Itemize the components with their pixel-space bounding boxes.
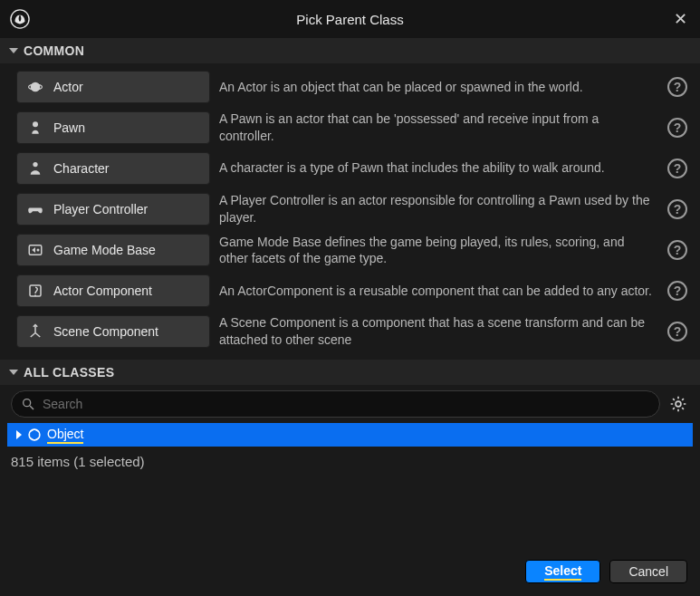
search-input[interactable] <box>43 397 650 411</box>
tree-item-object[interactable]: Object <box>7 423 693 447</box>
search-row <box>0 385 700 423</box>
common-list: Actor An Actor is an object that can be … <box>0 63 700 360</box>
common-section-header[interactable]: COMMON <box>0 38 700 63</box>
actor-icon <box>26 78 44 96</box>
actor-label: Actor <box>53 80 83 94</box>
help-icon[interactable]: ? <box>667 159 687 178</box>
tree-item-label: Object <box>47 427 83 444</box>
help-icon[interactable]: ? <box>667 118 687 138</box>
dialog-window: Pick Parent Class ✕ COMMON Actor An Acto… <box>0 0 700 596</box>
character-desc: A character is a type of Pawn that inclu… <box>219 159 658 177</box>
select-button-label: Select <box>544 563 581 581</box>
actor-desc: An Actor is an object that can be placed… <box>219 79 658 96</box>
scene-component-label: Scene Component <box>53 324 158 339</box>
svg-point-11 <box>676 401 681 407</box>
actor-component-label: Actor Component <box>53 284 152 298</box>
game-mode-base-desc: Game Mode Base defines the game being pl… <box>219 234 658 268</box>
help-icon[interactable]: ? <box>667 77 687 97</box>
scene-component-button[interactable]: Scene Component <box>16 315 210 348</box>
spacer <box>0 473 700 551</box>
cancel-button[interactable]: Cancel <box>609 560 687 583</box>
pawn-desc: A Pawn is an actor that can be 'possesse… <box>219 111 658 145</box>
svg-line-10 <box>30 406 34 409</box>
gamemode-icon <box>26 241 44 259</box>
pawn-icon <box>26 119 44 137</box>
player-controller-button[interactable]: Player Controller <box>16 193 210 226</box>
actor-component-desc: An ActorComponent is a reusable componen… <box>219 283 658 300</box>
pawn-label: Pawn <box>53 120 85 135</box>
actor-button[interactable]: Actor <box>16 71 210 103</box>
common-row: Player Controller A Player Controller is… <box>16 192 687 226</box>
status-text: 815 items (1 selected) <box>0 447 700 473</box>
svg-point-0 <box>11 10 29 28</box>
character-icon <box>26 159 44 178</box>
common-row: Actor Component An ActorComponent is a r… <box>16 274 687 307</box>
common-row: Pawn A Pawn is an actor that can be 'pos… <box>16 111 687 145</box>
help-icon[interactable]: ? <box>667 240 687 260</box>
game-mode-base-button[interactable]: Game Mode Base <box>16 234 210 266</box>
controller-icon <box>26 200 44 218</box>
actor-component-icon <box>26 282 44 300</box>
cancel-button-label: Cancel <box>628 564 668 579</box>
common-row: Actor An Actor is an object that can be … <box>16 71 687 103</box>
chevron-right-icon <box>16 430 22 439</box>
svg-point-12 <box>29 429 40 440</box>
settings-icon[interactable] <box>667 393 689 415</box>
svg-point-6 <box>37 249 40 252</box>
help-icon[interactable]: ? <box>667 199 687 219</box>
common-section-label: COMMON <box>24 43 84 58</box>
actor-component-button[interactable]: Actor Component <box>16 274 210 307</box>
all-classes-section-header[interactable]: ALL CLASSES <box>0 360 700 385</box>
scene-component-desc: A Scene Component is a component that ha… <box>219 314 658 349</box>
titlebar: Pick Parent Class ✕ <box>0 0 700 38</box>
help-icon[interactable]: ? <box>667 322 687 341</box>
svg-point-4 <box>33 162 37 167</box>
common-row: Game Mode Base Game Mode Base defines th… <box>16 234 687 268</box>
scene-component-icon <box>26 322 44 341</box>
select-button[interactable]: Select <box>525 560 600 583</box>
footer: Select Cancel <box>0 551 700 596</box>
common-row: Scene Component A Scene Component is a c… <box>16 314 687 349</box>
player-controller-label: Player Controller <box>53 202 148 216</box>
all-classes-section-label: ALL CLASSES <box>24 365 114 380</box>
character-button[interactable]: Character <box>16 152 210 185</box>
window-title: Pick Parent Class <box>31 12 669 27</box>
svg-point-8 <box>34 295 36 297</box>
common-row: Character A character is a type of Pawn … <box>16 152 687 185</box>
chevron-down-icon <box>9 48 18 53</box>
chevron-down-icon <box>9 370 18 375</box>
player-controller-desc: A Player Controller is an actor responsi… <box>219 192 658 226</box>
unreal-logo-icon <box>9 8 31 30</box>
help-icon[interactable]: ? <box>667 281 687 301</box>
pawn-button[interactable]: Pawn <box>16 111 210 144</box>
close-icon[interactable]: ✕ <box>669 8 691 30</box>
game-mode-base-label: Game Mode Base <box>53 243 156 257</box>
object-icon <box>27 428 42 442</box>
svg-point-9 <box>24 399 31 407</box>
search-wrap <box>11 390 660 418</box>
search-icon <box>21 397 35 411</box>
svg-point-3 <box>33 121 38 127</box>
svg-point-1 <box>31 82 41 92</box>
character-label: Character <box>53 161 109 176</box>
